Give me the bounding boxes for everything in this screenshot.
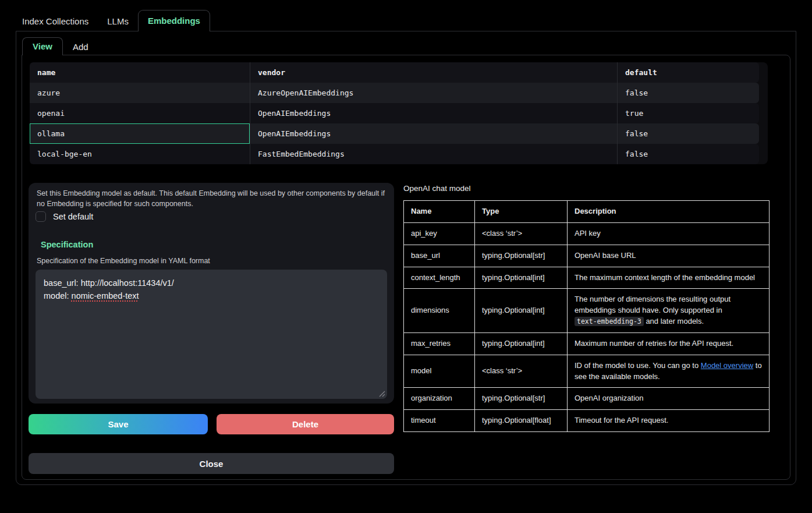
close-button[interactable]: Close <box>29 453 394 474</box>
params-column-header-description: Description <box>568 201 770 223</box>
params-row-organization: organizationtyping.Optional[str]OpenAI o… <box>404 388 770 410</box>
yaml-line: base_url: http://localhost:11434/v1/ <box>44 277 379 289</box>
param-type: typing.Optional[int] <box>475 332 568 355</box>
embeddings-table-header-row: namevendordefault <box>30 62 759 83</box>
tab-embeddings[interactable]: Embeddings <box>138 10 210 31</box>
code-chip: text-embedding-3 <box>575 317 644 326</box>
param-name: base_url <box>404 245 475 267</box>
params-row-timeout: timeouttyping.Optional[float]Timeout for… <box>404 410 770 432</box>
embeddings-table: namevendordefaultazureAzureOpenAIEmbeddi… <box>30 62 768 164</box>
set-default-row: Set default <box>36 211 93 222</box>
model-overview-link[interactable]: Model overview <box>701 361 753 370</box>
table-row-local-bge-en[interactable]: local-bge-enFastEmbedEmbeddingsfalse <box>30 144 759 164</box>
table-row-ollama[interactable]: ollamaOpenAIEmbeddingsfalse <box>30 123 759 144</box>
embeddings-panel: View Add namevendordefaultazureAzureOpen… <box>16 31 796 485</box>
tab-index-collections[interactable]: Index Collections <box>13 11 98 31</box>
params-column-header-type: Type <box>475 201 568 223</box>
param-type: <class ‘str’> <box>475 222 568 245</box>
tab-llms[interactable]: LLMs <box>98 11 138 31</box>
cell-default[interactable]: false <box>617 83 759 103</box>
specification-heading: Specification <box>41 240 93 249</box>
set-default-label: Set default <box>53 212 93 221</box>
top-tab-bar: Index Collections LLMs Embeddings <box>0 0 812 31</box>
cell-name[interactable]: local-bge-en <box>30 144 250 164</box>
params-table-header-row: NameTypeDescription <box>404 201 770 223</box>
cell-default[interactable]: true <box>617 103 759 123</box>
param-type: typing.Optional[int] <box>475 267 568 289</box>
cell-vendor[interactable]: FastEmbedEmbeddings <box>250 144 617 164</box>
param-description: Timeout for the API request. <box>568 410 770 432</box>
param-name: model <box>404 355 475 388</box>
column-header-name: name <box>30 62 250 83</box>
param-description: OpenAI organization <box>568 388 770 410</box>
subtab-add[interactable]: Add <box>63 38 98 55</box>
params-row-base_url: base_urltyping.Optional[str]OpenAI base … <box>404 245 770 267</box>
sub-tab-bar: View Add <box>16 31 796 55</box>
param-type: <class ‘str’> <box>475 355 568 388</box>
params-column-header-name: Name <box>404 201 475 223</box>
param-name: context_length <box>404 267 475 289</box>
column-header-vendor: vendor <box>250 62 617 83</box>
param-description: Maximum number of retries for the API re… <box>568 332 770 355</box>
param-type: typing.Optional[int] <box>475 289 568 333</box>
param-type: typing.Optional[float] <box>475 410 568 432</box>
cell-default[interactable]: false <box>617 123 759 144</box>
params-row-max_retries: max_retriestyping.Optional[int]Maximum n… <box>404 332 770 355</box>
set-default-checkbox[interactable] <box>36 211 46 222</box>
cell-vendor[interactable]: AzureOpenAIEmbeddings <box>250 83 617 103</box>
cell-name[interactable]: openai <box>30 103 250 123</box>
save-button[interactable]: Save <box>29 414 208 434</box>
params-panel-title: OpenAI chat model <box>403 184 471 193</box>
specification-description: Specification of the Embedding model in … <box>37 257 210 265</box>
param-description: OpenAI base URL <box>568 245 770 267</box>
param-description: ID of the model to use. You can go to Mo… <box>568 355 770 388</box>
cell-default[interactable]: false <box>617 144 759 164</box>
param-name: dimensions <box>404 289 475 333</box>
param-description: The maximum context length of the embedd… <box>568 267 770 289</box>
params-row-api_key: api_key<class ‘str’>API key <box>404 222 770 245</box>
param-description: The number of dimensions the resulting o… <box>568 289 770 333</box>
param-type: typing.Optional[str] <box>475 388 568 410</box>
params-row-context_length: context_lengthtyping.Optional[int]The ma… <box>404 267 770 289</box>
param-type: typing.Optional[str] <box>475 245 568 267</box>
param-name: api_key <box>404 222 475 245</box>
subtab-view[interactable]: View <box>22 37 63 55</box>
param-description: API key <box>568 222 770 245</box>
misspelled-word: nomic-embed-text <box>72 291 139 300</box>
param-name: organization <box>404 388 475 410</box>
yaml-spec-textarea[interactable]: base_url: http://localhost:11434/v1/mode… <box>36 270 387 399</box>
embedding-settings-panel: Set this Embedding model as default. Thi… <box>29 183 394 404</box>
param-name: max_retries <box>404 332 475 355</box>
cell-name[interactable]: ollama <box>30 123 250 144</box>
params-row-model: model<class ‘str’>ID of the model to use… <box>404 355 770 388</box>
table-row-azure[interactable]: azureAzureOpenAIEmbeddingsfalse <box>30 83 759 103</box>
params-table: NameTypeDescription api_key<class ‘str’>… <box>403 200 770 432</box>
cell-vendor[interactable]: OpenAIEmbeddings <box>250 123 617 144</box>
cell-name[interactable]: azure <box>30 83 250 103</box>
param-name: timeout <box>404 410 475 432</box>
view-tab-content: namevendordefaultazureAzureOpenAIEmbeddi… <box>22 55 790 480</box>
set-default-description: Set this Embedding model as default. Thi… <box>37 188 386 209</box>
delete-button[interactable]: Delete <box>217 414 394 434</box>
yaml-line: model: nomic-embed-text <box>44 289 379 302</box>
column-header-default: default <box>617 62 759 83</box>
resize-grip-icon[interactable] <box>379 391 385 397</box>
cell-vendor[interactable]: OpenAIEmbeddings <box>250 103 617 123</box>
params-row-dimensions: dimensionstyping.Optional[int]The number… <box>404 289 770 333</box>
table-row-openai[interactable]: openaiOpenAIEmbeddingstrue <box>30 103 759 123</box>
